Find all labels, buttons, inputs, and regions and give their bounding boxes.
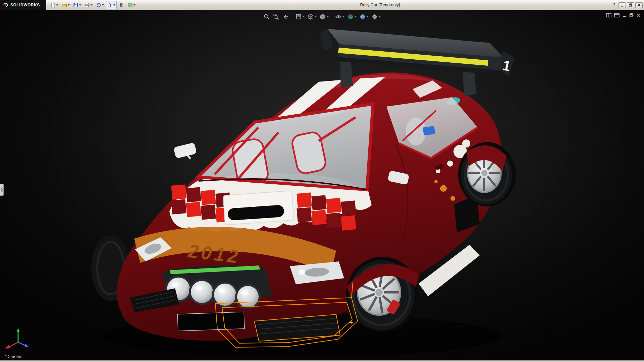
dropdown-caret-icon[interactable] [355,16,357,17]
document-window-controls [606,13,641,17]
graphics-viewport[interactable]: 2012 [0,10,644,360]
view-settings-button[interactable] [371,13,381,20]
left-mirror[interactable] [173,142,197,159]
heads-up-view-toolbar [263,13,381,20]
restore-document-icon[interactable] [629,13,634,17]
rebuild-traffic-light-icon [119,2,124,8]
dropdown-caret-icon[interactable] [367,16,369,17]
scene-globe-icon [359,13,366,20]
hide-show-eye-icon [335,13,342,20]
print-icon [85,2,90,8]
display-style-icon [319,13,326,20]
dropdown-caret-icon[interactable] [303,16,305,17]
rebuild-button[interactable] [117,1,125,9]
dropdown-caret-icon[interactable] [79,4,81,6]
section-view-icon [295,13,302,20]
rear-right-wheel[interactable] [458,142,516,206]
close-document-icon[interactable] [636,13,641,17]
new-document-icon [50,2,56,8]
dropdown-caret-icon[interactable] [327,16,329,17]
dropdown-caret-icon[interactable] [315,16,317,17]
appearance-ball-icon [347,13,354,20]
zoom-to-fit-icon [263,13,270,20]
solidworks-window: SOLIDWORKS [0,0,644,362]
dropdown-caret-icon[interactable] [68,4,70,6]
rally-car-model[interactable]: 2012 [0,10,644,360]
view-settings-icon [371,13,378,20]
save-floppy-icon [73,2,78,8]
toolbar-separator [332,14,332,19]
brand-text: SOLIDWORKS [10,3,40,7]
undo-icon [96,2,101,8]
reference-triad [3,327,34,351]
undo-button[interactable] [95,1,105,9]
zoom-to-fit-button[interactable] [263,13,271,20]
solidworks-logo: SOLIDWORKS [0,0,46,10]
minimize-icon [621,4,624,7]
view-orientation-cube-icon [307,13,314,20]
hood-scoop [223,191,294,225]
window-controls: ? [611,0,643,10]
window-title: Rally Car [Read-only] [360,0,400,10]
section-view-button[interactable] [294,13,305,20]
open-button[interactable] [60,1,71,9]
standard-toolbar [46,1,137,9]
ds-logo-icon [3,2,9,8]
minimize-document-icon[interactable] [622,13,627,17]
single-pane-icon[interactable] [614,13,620,17]
previous-view-button[interactable] [281,13,289,20]
select-cursor-icon [107,2,113,8]
close-button[interactable] [635,2,643,8]
view-orientation-button[interactable] [307,13,317,20]
display-style-button[interactable] [319,13,329,20]
restore-icon [629,3,633,7]
wing-pylon [340,58,353,88]
toolbar-separator [292,14,292,19]
license-plate [177,312,245,331]
title-bar: SOLIDWORKS [0,0,644,10]
help-button[interactable]: ? [611,2,618,8]
print-button[interactable] [83,1,94,9]
dropdown-caret-icon[interactable] [342,16,344,17]
dropdown-caret-icon[interactable] [56,4,58,6]
options-grid-icon [127,2,133,8]
close-icon [637,3,641,7]
new-document-button[interactable] [49,1,60,9]
options-button[interactable] [126,1,137,9]
view-orientation-label: *Dimetric [5,354,22,359]
hide-show-items-button[interactable] [334,13,345,20]
panel-expand-tab[interactable] [0,184,4,196]
dropdown-caret-icon[interactable] [102,4,104,6]
dropdown-caret-icon[interactable] [113,4,115,6]
restore-button[interactable] [627,2,634,8]
split-pane-icon[interactable] [606,13,611,17]
minimize-button[interactable] [619,2,626,8]
status-bar-edge [0,360,644,362]
dropdown-caret-icon[interactable] [379,16,381,17]
select-button[interactable] [106,1,117,9]
save-button[interactable] [72,1,83,9]
dropdown-caret-icon[interactable] [133,4,136,6]
chevron-left-icon [1,187,3,192]
zoom-to-area-button[interactable] [272,13,280,20]
edit-appearance-button[interactable] [346,13,357,20]
dropdown-caret-icon[interactable] [91,4,93,6]
apply-scene-button[interactable] [359,13,369,20]
zoom-to-area-icon [273,13,279,20]
previous-view-icon [282,13,289,20]
open-folder-icon [62,2,67,8]
